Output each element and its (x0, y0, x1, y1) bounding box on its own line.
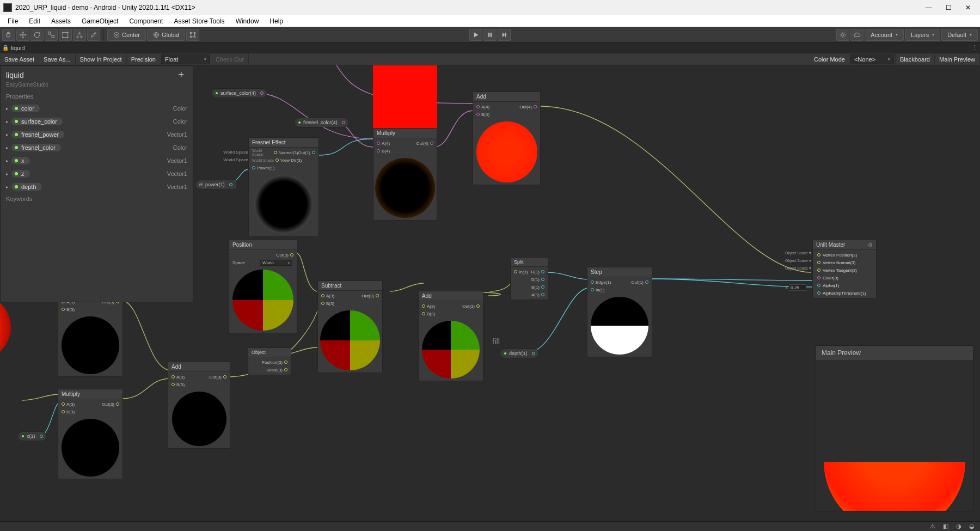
status-icon-3[interactable]: ◑ (955, 523, 963, 530)
tab-menu-button[interactable]: ⋮ (972, 44, 978, 51)
pivot-space-button[interactable]: Global (147, 29, 185, 41)
custom-tool-button[interactable] (87, 29, 100, 41)
node-add-pos[interactable]: Add A(3)Out(3) B(3) (418, 291, 483, 381)
blackboard-prop-row[interactable]: ▸xVector1 (1, 154, 193, 167)
menu-assetstoretools[interactable]: Asset Store Tools (168, 16, 230, 26)
property-pill[interactable]: x (11, 157, 30, 164)
blackboard-prop-row[interactable]: ▸zVector1 (1, 167, 193, 180)
alpha-clip-input[interactable] (789, 284, 806, 291)
pause-button[interactable] (483, 29, 497, 41)
window-title: 2020_URP_liquid - demo - Android - Unity… (15, 4, 195, 11)
transform-tool-button[interactable] (73, 29, 86, 41)
rotate-tool-button[interactable] (30, 29, 44, 41)
collab-button[interactable] (836, 29, 849, 41)
blackboard-prop-row[interactable]: ▸colorColor (1, 102, 193, 115)
property-pill[interactable]: fresnel_power (11, 131, 64, 138)
alpha-clip-x-field[interactable]: X (785, 284, 806, 291)
gear-icon[interactable]: ⚙ (868, 242, 873, 248)
move-tool-button[interactable] (16, 29, 29, 41)
node-title: Step (587, 267, 652, 277)
step-button[interactable] (498, 29, 511, 41)
menu-file[interactable]: File (2, 16, 23, 26)
prop-node-surface-color[interactable]: surface_color(4) (211, 88, 267, 98)
snap-button[interactable] (186, 29, 199, 41)
status-icon-1[interactable]: ⚠ (929, 523, 936, 530)
property-type: Color (173, 118, 187, 125)
prop-node-x[interactable]: x(1) (17, 431, 47, 441)
blackboard-prop-row[interactable]: ▸surface_colorColor (1, 115, 193, 128)
expand-arrow-icon[interactable]: ▸ (6, 145, 8, 150)
expand-arrow-icon[interactable]: ▸ (6, 185, 8, 190)
output-port[interactable] (260, 91, 264, 95)
node-multiply-fresnel[interactable]: Multiply A(4)Out(4) B(4) (373, 128, 437, 221)
node-subtract[interactable]: Subtract A(3)Out(3) B(3) (317, 280, 383, 373)
blackboard-toggle[interactable]: Blackboard (895, 53, 935, 65)
blackboard-prop-row[interactable]: ▸depthVector1 (1, 180, 193, 193)
prop-node-el-power[interactable]: el_power(1) (195, 180, 236, 190)
precision-dropdown[interactable]: Float (161, 54, 210, 64)
node-unlit-master[interactable]: Unlit Master⚙ Vertex Position(3) Vertex … (812, 240, 877, 298)
cloud-button[interactable] (850, 29, 863, 41)
output-port[interactable] (40, 435, 43, 438)
layers-dropdown[interactable]: Layers (905, 29, 940, 41)
scale-tool-button[interactable] (45, 29, 58, 41)
main-preview-toggle[interactable]: Main Preview (935, 53, 980, 65)
node-split[interactable]: Split In(3)R(1) G(1) B(1) A(1) (510, 257, 548, 300)
play-button[interactable] (469, 29, 482, 41)
maximize-button[interactable]: ☐ (944, 4, 953, 11)
layout-dropdown[interactable]: Default (941, 29, 978, 41)
expand-arrow-icon[interactable]: ▸ (6, 158, 8, 163)
status-icon-2[interactable]: ◧ (942, 523, 950, 530)
close-button[interactable]: ✕ (964, 4, 972, 11)
status-icon-4[interactable]: ◒ (968, 523, 976, 530)
node-multiply-l2[interactable]: Multiply A(3)Out(3) B(3) (58, 389, 123, 479)
menu-gameobject[interactable]: GameObject (76, 16, 124, 26)
property-pill[interactable]: surface_color (11, 118, 63, 125)
output-port[interactable] (532, 352, 535, 355)
save-asset-button[interactable]: Save Asset (0, 53, 39, 65)
blackboard-prop-row[interactable]: ▸fresnel_colorColor (1, 141, 193, 154)
property-pill[interactable]: z (11, 170, 30, 178)
blackboard-add-button[interactable]: + (178, 69, 187, 81)
property-pill[interactable]: fresnel_color (11, 144, 61, 151)
save-as-button[interactable]: Save As... (39, 53, 76, 65)
position-space-dropdown[interactable]: World (260, 260, 292, 266)
workspace: surface_color(4) fresnel_color(4) el_pow… (0, 65, 980, 521)
prop-node-fresnel-color[interactable]: fresnel_color(4) (294, 118, 349, 127)
node-step[interactable]: Step Edge(1)Out(1) In(1) (587, 267, 652, 357)
expand-arrow-icon[interactable]: ▸ (6, 106, 8, 111)
show-in-project-button[interactable]: Show In Project (76, 53, 127, 65)
expand-arrow-icon[interactable]: ▸ (6, 172, 8, 176)
tab-liquid[interactable]: 🔒 liquid (2, 45, 25, 51)
node-position[interactable]: Position Out(3) SpaceWorld (229, 240, 297, 333)
node-fresnel-effect[interactable]: Fresnel Effect World SpaceNormal(3)Out(1… (248, 137, 319, 236)
node-add-lower[interactable]: Add A(3)Out(3) B(3) (168, 362, 230, 449)
property-pill[interactable]: depth (11, 183, 42, 191)
output-port[interactable] (342, 121, 345, 124)
node-add-surface[interactable]: Add A(4)Out(4) B(4) (473, 91, 541, 185)
blackboard-panel[interactable]: liquid + EasyGameStudio Properties ▸colo… (0, 65, 193, 302)
menu-edit[interactable]: Edit (23, 16, 46, 26)
menu-window[interactable]: Window (230, 16, 265, 26)
node-object[interactable]: Object Position(3) Scale(3) (248, 347, 291, 375)
property-pill[interactable]: color (11, 105, 40, 112)
minimize-button[interactable]: — (924, 4, 933, 11)
account-dropdown[interactable]: Account (865, 29, 904, 41)
output-port[interactable] (229, 183, 232, 186)
prop-node-depth[interactable]: depth(1) (500, 349, 539, 358)
prop-node-label: depth(1) (509, 351, 528, 356)
expand-arrow-icon[interactable]: ▸ (6, 119, 8, 124)
color-mode-dropdown[interactable]: <None> (850, 54, 894, 64)
property-type: Color (173, 144, 187, 151)
main-preview-view[interactable] (816, 360, 973, 511)
pivot-mode-button[interactable]: Center (107, 29, 146, 41)
blackboard-prop-row[interactable]: ▸fresnel_powerVector1 (1, 128, 193, 141)
menu-assets[interactable]: Assets (46, 16, 76, 26)
rect-tool-button[interactable] (59, 29, 72, 41)
expand-arrow-icon[interactable]: ▸ (6, 132, 8, 137)
hand-tool-button[interactable] (2, 29, 15, 41)
menu-help[interactable]: Help (264, 16, 289, 26)
fresnel-space-labels: World SpaceWorld Space (218, 149, 248, 164)
main-preview-panel[interactable]: Main Preview (816, 345, 973, 511)
menu-component[interactable]: Component (124, 16, 168, 26)
